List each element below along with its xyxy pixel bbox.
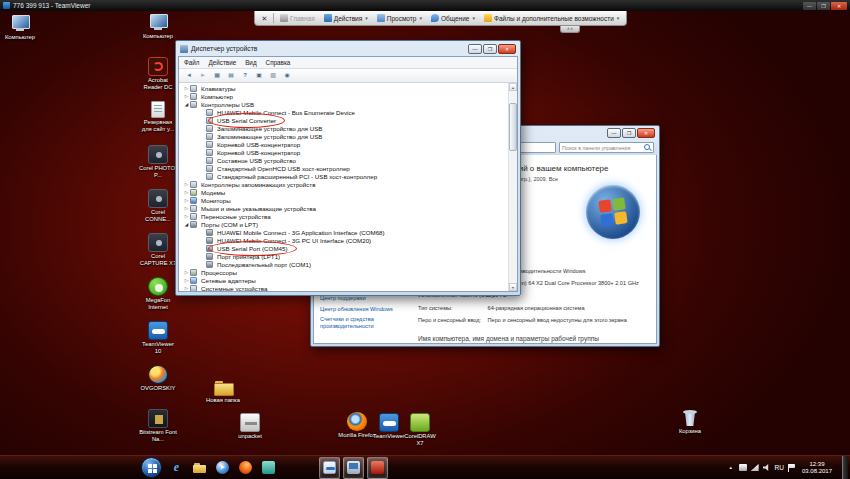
toolbar-icon[interactable] [253,70,265,81]
taskbar-app-button[interactable] [166,457,187,479]
minimize-button[interactable] [803,2,816,10]
tray-icon[interactable] [739,464,747,471]
close-button[interactable] [498,44,516,54]
tree-expander-icon[interactable] [183,278,190,283]
tree-item[interactable]: Запоминающее устройство для USB [180,124,507,132]
desktop-icon[interactable]: Резервная для сайт у... [139,101,177,145]
menu-item[interactable]: Вид [245,59,256,66]
toolbar-collapse-tab[interactable] [560,26,580,33]
taskbar-running-app-button[interactable] [367,457,388,479]
maximize-button[interactable] [817,2,830,10]
maximize-button[interactable] [483,44,497,54]
tree-item[interactable]: Клавиатуры [180,84,507,92]
toolbar-icon[interactable] [281,70,293,81]
toolbar-icon[interactable] [211,70,223,81]
tree-expander-icon[interactable] [183,286,190,291]
desktop-icon[interactable]: unpacket [231,413,269,440]
minimize-button[interactable] [607,128,621,138]
tree-item[interactable]: Процессоры [180,268,507,276]
desktop-icon[interactable]: Корзина [671,408,709,435]
taskbar-running-app-button[interactable] [319,457,340,479]
tree-item[interactable]: Сетевые адаптеры [180,276,507,284]
tree-expander-icon[interactable] [183,222,190,227]
close-button[interactable] [831,2,847,10]
tree-item[interactable]: HUAWEI Mobile Connect - 3G PC UI Interfa… [180,236,507,244]
toolbar-icon[interactable] [197,70,209,81]
tree-item[interactable]: Контроллеры запоминающих устройств [180,180,507,188]
see-also-link[interactable]: Счетчики и средства производительности [320,316,410,330]
tree-item[interactable]: HUAWEI Mobile Connect - Bus Enumerate De… [180,108,507,116]
tree-item[interactable]: HUAWEI Mobile Connect - 3G Application I… [180,228,507,236]
tree-expander-icon[interactable] [183,270,190,275]
desktop-icon[interactable]: Corel CAPTURE X7 [139,233,177,277]
tree-item[interactable]: Порты (COM и LPT) [180,220,507,228]
see-also-link[interactable]: Центр обновления Windows [320,306,410,313]
desktop-icon[interactable]: Новая папка [204,377,242,404]
tree-item[interactable]: USB Serial Converter [180,116,507,124]
scroll-up-button[interactable] [509,83,517,91]
toolbar-menu-item[interactable]: Просмотр [373,12,426,25]
tree-expander-icon[interactable] [183,198,190,203]
toolbar-menu-item[interactable]: Общение [427,12,479,25]
toolbar-icon[interactable] [267,70,279,81]
scrollbar[interactable] [508,83,517,291]
volume-icon[interactable] [763,464,771,471]
tree-item[interactable]: Стандартный расширенный PCI - USB хост-к… [180,172,507,180]
tree-expander-icon[interactable] [183,102,190,107]
maximize-button[interactable] [622,128,636,138]
toolbar-icon[interactable] [225,70,237,81]
tree-item[interactable]: Составное USB устройство [180,156,507,164]
tree-item[interactable]: Порт принтера (LPT1) [180,252,507,260]
tree-item[interactable]: Запоминающее устройство для USB [180,132,507,140]
tree-item[interactable]: Контроллеры USB [180,100,507,108]
see-also-link[interactable]: Центр поддержки [320,295,410,302]
close-button[interactable] [637,128,655,138]
tree-item[interactable]: Последовательный порт (COM1) [180,260,507,268]
desktop-icon[interactable]: Компьютер [139,13,177,57]
desktop-icon[interactable]: Corel CONNE... [139,189,177,233]
desktop-icon[interactable]: Corel PHOTO-P... [139,145,177,189]
clock[interactable]: 12:39 03.08.2017 [799,461,835,475]
tree-expander-icon[interactable] [183,206,190,211]
tree-item[interactable]: Стандартный OpenHCD USB хост-контроллер [180,164,507,172]
desktop-icon[interactable]: OVGORSKIY [139,365,177,409]
tree-expander-icon[interactable] [183,182,190,187]
tree-item[interactable]: Системные устройства [180,284,507,291]
tree-item[interactable]: Корневой USB-концентратор [180,148,507,156]
menu-item[interactable]: Файл [184,59,199,66]
desktop-icon[interactable]: TeamViewer 10 [139,321,177,365]
tree-expander-icon[interactable] [183,94,190,99]
language-indicator[interactable]: RU [775,464,784,471]
start-button[interactable] [141,457,162,478]
taskbar-app-button[interactable] [258,457,279,479]
tree-expander-icon[interactable] [183,214,190,219]
network-icon[interactable] [751,464,759,471]
device-manager-titlebar[interactable]: Диспетчер устройств [178,41,518,56]
desktop-icon[interactable]: Acrobat Reader DC [139,57,177,101]
show-desktop-button[interactable] [842,456,848,479]
tree-item[interactable]: USB Serial Port (COM45) [180,244,507,252]
desktop-icon[interactable]: CorelDRAW X7 [401,413,439,446]
tree-expander-icon[interactable] [183,190,190,195]
tree-item[interactable]: Корневой USB-концентратор [180,140,507,148]
taskbar-running-app-button[interactable] [343,457,364,479]
menu-item[interactable]: Справка [266,59,291,66]
taskbar-app-button[interactable] [212,457,233,479]
action-center-icon[interactable] [788,464,795,472]
tree-expander-icon[interactable] [183,86,190,91]
tree-item[interactable]: Модемы [180,188,507,196]
toolbar-menu-item[interactable]: Действия [320,12,372,25]
scrollbar-thumb[interactable] [509,103,517,151]
desktop-icon[interactable]: MegaFon Internet [139,277,177,321]
search-input[interactable]: Поиск в панели управления [559,142,654,153]
desktop-icon[interactable]: Bitstream Font Na... [139,409,177,453]
toolbar-menu-item[interactable]: Файлы и дополнительные возможности [480,12,623,25]
minimize-button[interactable] [468,44,482,54]
toolbar-icon[interactable] [239,70,251,81]
scroll-down-button[interactable] [509,283,517,291]
taskbar-app-button[interactable] [235,457,256,479]
tree-item[interactable]: Компьютер [180,92,507,100]
toolbar-icon[interactable] [183,70,195,81]
hidden-icons-button[interactable] [727,465,735,470]
tree-item[interactable]: Переносные устройства [180,212,507,220]
